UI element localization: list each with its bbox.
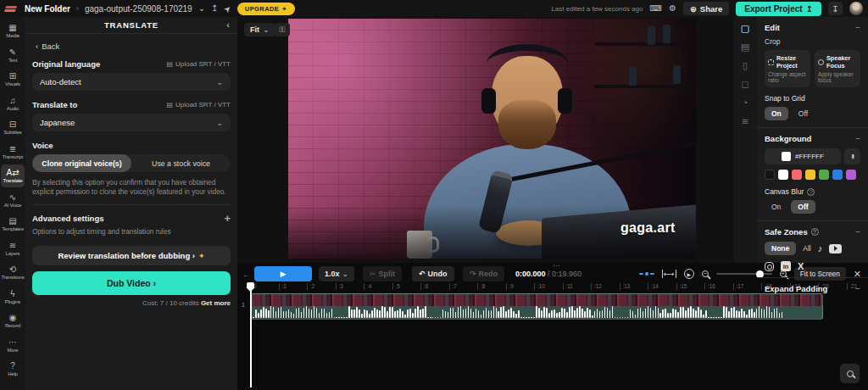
- zoom-in-icon[interactable]: +: [780, 270, 787, 277]
- collapse-section-icon[interactable]: −: [855, 134, 860, 143]
- original-language-select[interactable]: Auto-detect ⌄: [32, 73, 231, 91]
- redo-button[interactable]: ↷ Redo: [463, 266, 504, 281]
- zoom-fit-dropdown[interactable]: Fit ⌄: [244, 23, 275, 36]
- color-swatch[interactable]: [765, 170, 775, 180]
- blur-off-toggle[interactable]: Off: [791, 200, 815, 214]
- review-translation-button[interactable]: Review translation before dubbing › ✦: [32, 246, 231, 265]
- rocket-icon[interactable]: ➤: [222, 3, 234, 14]
- upload-srt-link-target[interactable]: ▤ Upload SRT / VTT: [166, 101, 231, 109]
- background-color-input[interactable]: #FFFFFF: [765, 148, 841, 164]
- unlock-icon[interactable]: ⚿: [275, 23, 290, 36]
- sidebar-item-subtitles[interactable]: ⊟Subtitles: [1, 116, 25, 139]
- share-button[interactable]: ⊕ Share: [683, 2, 729, 15]
- collapse-section-icon[interactable]: −: [855, 227, 860, 237]
- phone-icon[interactable]: ▯: [743, 61, 748, 70]
- dub-video-button[interactable]: Dub Video ›: [32, 271, 231, 295]
- breadcrumb-folder[interactable]: New Folder: [25, 4, 70, 14]
- sidebar-item-text[interactable]: ✎Text: [1, 44, 25, 67]
- stock-voice-option[interactable]: Use a stock voice: [131, 154, 231, 172]
- playback-speed-button[interactable]: 1.0x ⌄: [319, 266, 354, 281]
- frame-icon[interactable]: ◻: [741, 80, 748, 89]
- undo-button[interactable]: ↶ Undo: [412, 266, 454, 281]
- sidebar-item-ai-voice[interactable]: ∿AI Voice: [1, 189, 25, 212]
- back-button[interactable]: ‹ Back: [36, 42, 231, 51]
- eyedropper-button[interactable]: ✒: [844, 148, 860, 164]
- blur-on-toggle[interactable]: On: [765, 200, 787, 214]
- app-logo-icon[interactable]: [4, 6, 17, 12]
- upload-srt-link-original[interactable]: ▤ Upload SRT / VTT: [166, 60, 231, 68]
- waveform-bar: [415, 309, 416, 319]
- waveform-bar: [343, 317, 345, 318]
- sidebar-item-audio[interactable]: ♫Audio: [1, 92, 25, 115]
- waveform-bar: [503, 306, 504, 318]
- linkedin-icon[interactable]: in: [781, 261, 791, 271]
- chevron-down-icon[interactable]: ⌄: [198, 4, 205, 13]
- help-icon[interactable]: ?: [811, 228, 819, 236]
- breadcrumb-project[interactable]: gaga-output-250908-170219: [85, 4, 192, 14]
- waveform-bar: [478, 310, 480, 318]
- clapper-icon[interactable]: ▤: [741, 42, 749, 52]
- sidebar-item-transitions[interactable]: ⟲Transitions: [1, 261, 25, 284]
- fit-clips-icon[interactable]: ⟷: [662, 270, 676, 278]
- preview-play-icon[interactable]: ▶: [684, 269, 694, 279]
- speaker-focus-button[interactable]: Speaker Focus Apply speaker focus: [815, 50, 860, 87]
- collapse-panel-icon[interactable]: ‹: [226, 20, 230, 30]
- translate-to-select[interactable]: Japanese ⌄: [32, 114, 231, 131]
- search-icon: [847, 370, 854, 377]
- clone-voice-option[interactable]: Clone original voice(s): [32, 154, 131, 172]
- waveform-bar: [604, 307, 606, 318]
- download-button[interactable]: ↧: [828, 2, 843, 15]
- snap-on-toggle[interactable]: On: [765, 107, 788, 120]
- waveform-bar: [291, 312, 292, 318]
- youtube-icon[interactable]: [829, 244, 842, 254]
- timeline-zoom-slider[interactable]: [716, 273, 772, 275]
- video-clip[interactable]: [250, 293, 823, 320]
- color-swatch[interactable]: [832, 170, 843, 180]
- collapse-section-icon[interactable]: −: [855, 23, 860, 32]
- zoom-out-icon[interactable]: −: [702, 270, 709, 277]
- sidebar-item-templates[interactable]: ▤Templates: [1, 213, 25, 236]
- keyboard-shortcuts-icon[interactable]: ⌨: [649, 4, 661, 13]
- safe-zone-none-button[interactable]: None: [765, 242, 796, 255]
- waveform-bar: [309, 309, 310, 318]
- help-icon[interactable]: ?: [807, 188, 815, 196]
- play-button[interactable]: ▶: [254, 266, 312, 281]
- tiktok-icon[interactable]: ♪: [818, 243, 823, 254]
- collapse-section-icon[interactable]: −: [855, 284, 860, 293]
- snap-off-toggle[interactable]: Off: [792, 107, 815, 120]
- sidebar-item-layers[interactable]: ≋Layers: [1, 237, 25, 260]
- timer-icon[interactable]: ◔: [743, 98, 748, 108]
- resize-project-button[interactable]: Resize Project Change aspect ratio: [765, 50, 810, 87]
- document-icon[interactable]: ▢: [741, 24, 749, 33]
- collapse-timeline-icon[interactable]: ←: [242, 270, 251, 279]
- gear-icon[interactable]: ⚙: [669, 4, 676, 13]
- focus-icon: [818, 59, 824, 65]
- x-icon[interactable]: X: [798, 261, 804, 271]
- magnetic-timeline-icon[interactable]: [639, 272, 654, 276]
- sidebar-item-media[interactable]: ▦Media: [1, 20, 25, 42]
- get-more-link[interactable]: Get more: [201, 299, 231, 307]
- video-preview[interactable]: gaga.art: [288, 19, 696, 259]
- color-swatch[interactable]: [846, 170, 856, 180]
- upload-icon[interactable]: ↥: [211, 4, 218, 13]
- export-project-button[interactable]: Export Project ↥: [736, 2, 821, 16]
- color-swatch[interactable]: [792, 170, 802, 180]
- sidebar-item-transcript[interactable]: ≣Transcript: [1, 141, 25, 164]
- instagram-icon[interactable]: [765, 262, 774, 271]
- timeline-search-button[interactable]: [840, 364, 860, 383]
- avatar[interactable]: [849, 2, 863, 15]
- stack-icon[interactable]: ≋: [741, 117, 748, 126]
- color-swatch[interactable]: [819, 170, 829, 180]
- safe-zone-all-button[interactable]: All: [803, 244, 810, 253]
- upgrade-button[interactable]: UPGRADE ✦: [237, 3, 295, 15]
- sidebar-item-plugins[interactable]: ϟPlugins: [1, 286, 25, 309]
- sidebar-item-translate[interactable]: A⇄Translate: [1, 164, 25, 187]
- color-swatch[interactable]: [778, 170, 788, 180]
- advanced-settings-toggle[interactable]: Advanced settings +: [32, 212, 231, 225]
- sidebar-item-record[interactable]: ◉Record: [1, 309, 25, 332]
- sidebar-item-help[interactable]: ?Help: [1, 358, 25, 381]
- split-button[interactable]: ✂ Split: [363, 266, 402, 281]
- sidebar-item-more[interactable]: ⋯More: [1, 334, 25, 357]
- color-swatch[interactable]: [805, 170, 815, 180]
- sidebar-item-visuals[interactable]: ⊞Visuals: [1, 68, 25, 91]
